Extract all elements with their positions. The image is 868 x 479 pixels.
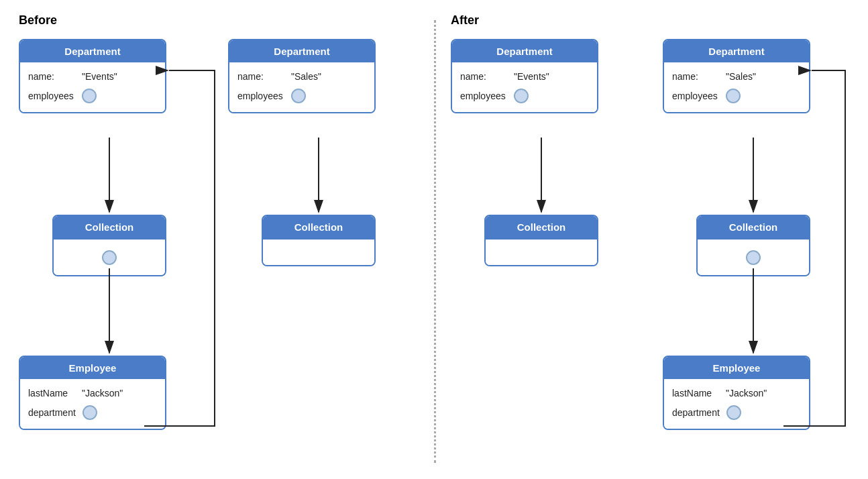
before-employee-dept-label: department — [28, 407, 76, 418]
after-dept-events-body: name: "Events" employees — [452, 62, 597, 112]
before-dept-events-box: Department name: "Events" employees — [19, 39, 166, 113]
after-dept-sales-header: Department — [664, 40, 809, 62]
after-dept-sales-connector — [726, 89, 741, 103]
after-dept-sales-box: Department name: "Sales" employees — [663, 39, 810, 113]
before-collection1-connector — [102, 250, 117, 265]
after-label: After — [451, 13, 479, 28]
before-dept-sales-name-value: "Sales" — [291, 71, 321, 82]
after-dept-events-box: Department name: "Events" employees — [451, 39, 598, 113]
after-employee-dept-connector — [726, 405, 741, 420]
before-collection1-box: Collection — [52, 215, 166, 276]
after-dept-sales-emp-label: employees — [672, 91, 719, 101]
after-employee-dept-label: department — [672, 407, 720, 418]
after-dept-sales-name-label: name: — [672, 71, 719, 82]
after-collection2-header: Collection — [698, 216, 809, 238]
before-dept-sales-emp-label: employees — [237, 91, 284, 101]
before-dept-events-connector — [82, 89, 97, 103]
before-dept-sales-name-label: name: — [237, 71, 284, 82]
before-employee-body: lastName "Jackson" department — [20, 379, 165, 429]
before-collection2-box: Collection — [262, 215, 376, 266]
before-employee-header: Employee — [20, 357, 165, 379]
after-dept-events-header: Department — [452, 40, 597, 62]
before-dept-events-name-value: "Events" — [82, 71, 117, 82]
before-collection2-header: Collection — [263, 216, 374, 238]
before-employee-dept-connector — [83, 405, 97, 420]
before-collection2-body — [263, 238, 374, 265]
before-dept-events-name-label: name: — [28, 71, 75, 82]
after-employee-lastname-label: lastName — [672, 388, 719, 398]
after-employee-header: Employee — [664, 357, 809, 379]
before-dept-events-emp-label: employees — [28, 91, 75, 101]
before-label: Before — [19, 13, 57, 28]
after-employee-box: Employee lastName "Jackson" department — [663, 356, 810, 430]
after-dept-events-emp-label: employees — [460, 91, 507, 101]
after-dept-sales-name-value: "Sales" — [726, 71, 756, 82]
before-dept-events-header: Department — [20, 40, 165, 62]
before-collection1-body — [54, 238, 165, 275]
after-dept-sales-body: name: "Sales" employees — [664, 62, 809, 112]
after-employee-lastname-value: "Jackson" — [726, 388, 767, 398]
before-dept-sales-connector — [291, 89, 306, 103]
before-dept-sales-box: Department name: "Sales" employees — [228, 39, 376, 113]
before-dept-sales-body: name: "Sales" employees — [229, 62, 374, 112]
before-dept-events-body: name: "Events" employees — [20, 62, 165, 112]
after-collection2-box: Collection — [696, 215, 810, 276]
before-employee-lastname-value: "Jackson" — [82, 388, 123, 398]
before-collection1-header: Collection — [54, 216, 165, 238]
after-collection2-connector — [746, 250, 761, 265]
divider — [434, 20, 436, 463]
after-collection1-body — [486, 238, 597, 265]
before-dept-sales-header: Department — [229, 40, 374, 62]
before-employee-box: Employee lastName "Jackson" department — [19, 356, 166, 430]
after-employee-body: lastName "Jackson" department — [664, 379, 809, 429]
after-dept-events-name-label: name: — [460, 71, 507, 82]
after-dept-events-name-value: "Events" — [514, 71, 549, 82]
after-collection1-box: Collection — [484, 215, 598, 266]
after-collection1-header: Collection — [486, 216, 597, 238]
after-collection2-body — [698, 238, 809, 275]
after-dept-events-connector — [514, 89, 529, 103]
before-employee-lastname-label: lastName — [28, 388, 75, 398]
